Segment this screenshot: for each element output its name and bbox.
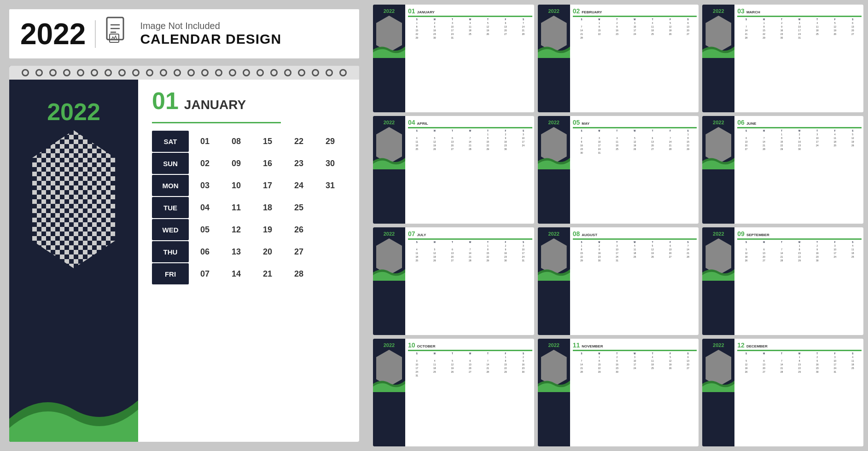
- mini-date-cell: [661, 151, 679, 155]
- mini-date-cell: 4: [644, 355, 662, 359]
- mini-date-cell: 1: [479, 244, 497, 248]
- spiral-dot: [146, 69, 153, 76]
- mini-date-cell: 18: [408, 144, 426, 147]
- date-cell: 21: [252, 263, 283, 284]
- mini-date-cell: 27: [755, 259, 773, 262]
- date-cell: 31: [315, 175, 345, 196]
- mini-date-cell: 7: [661, 136, 679, 140]
- mini-date-cell: 27: [497, 32, 515, 36]
- mini-day-header: M: [426, 18, 444, 21]
- mini-date-cell: [844, 259, 862, 262]
- mini-date-cell: 4: [644, 21, 662, 25]
- mini-month-number: 12: [737, 341, 745, 349]
- mini-color-bar: [408, 127, 532, 128]
- mini-date-cell: 11: [808, 25, 826, 29]
- mini-right-section: 03MARCHSMTWTFS12345678910111213141516171…: [734, 5, 863, 112]
- spiral-dot: [284, 69, 291, 76]
- spiral-dot: [229, 69, 236, 76]
- mini-date-cell: [443, 133, 461, 136]
- mini-date-cell: 6: [443, 248, 461, 251]
- mini-date-cell: 22: [679, 144, 697, 147]
- mini-date-cell: 25: [426, 370, 444, 374]
- mini-green-wave: [373, 378, 405, 392]
- mini-date-cell: 2: [808, 244, 826, 248]
- mini-date-cell: [773, 355, 791, 359]
- mini-date-cell: 7: [573, 359, 591, 363]
- mini-date-cell: [497, 374, 515, 377]
- mini-date-cell: 4: [844, 355, 862, 359]
- mini-date-cell: 3: [808, 133, 826, 136]
- mini-date-cell: 19: [644, 251, 662, 255]
- mini-month-number: 02: [573, 7, 580, 15]
- mini-day-header: T: [443, 18, 461, 21]
- mini-date-cell: 6: [755, 359, 773, 363]
- mini-day-header: T: [443, 129, 461, 133]
- mini-date-cell: 8: [791, 248, 809, 251]
- mini-arch: [541, 16, 567, 57]
- mini-date-cell: 4: [461, 21, 479, 25]
- spiral-dot: [326, 69, 333, 76]
- mini-calendar-card: 202211NOVEMBERSMTWTFS1234567891011121314…: [538, 339, 699, 446]
- mini-date-cell: [755, 355, 773, 359]
- mini-date-cell: 20: [644, 144, 662, 147]
- mini-date-cell: 23: [808, 366, 826, 370]
- mini-day-header: W: [791, 241, 809, 244]
- mini-month-number: 05: [573, 119, 580, 126]
- mini-date-cell: 21: [737, 32, 755, 36]
- mini-date-cell: [426, 355, 444, 359]
- mini-date-cell: 28: [773, 370, 791, 374]
- mini-date-cell: 15: [773, 140, 791, 144]
- mini-date-cell: [479, 374, 497, 377]
- mini-date-cell: 28: [461, 147, 479, 151]
- mini-right-section: 08AUGUSTSMTWTFS1234567891011121314151617…: [570, 227, 699, 335]
- day-label: SUN: [152, 153, 189, 174]
- mini-date-cell: 10: [443, 25, 461, 29]
- mini-green-wave: [373, 44, 405, 58]
- mini-date-cell: 12: [661, 25, 679, 29]
- mini-date-cell: 8: [573, 248, 591, 251]
- date-cell: 20: [252, 241, 283, 262]
- mini-date-cell: 3: [514, 244, 532, 248]
- mini-left-section: 2022: [538, 5, 570, 112]
- mini-date-cell: 3: [443, 21, 461, 25]
- mini-date-cell: 19: [661, 363, 679, 366]
- mini-date-cell: 18: [826, 140, 844, 144]
- mini-day-header: S: [679, 241, 697, 244]
- mini-day-header: W: [626, 352, 644, 355]
- day-label: THU: [152, 241, 189, 262]
- mini-date-cell: 17: [514, 251, 532, 255]
- mini-color-bar: [737, 238, 862, 240]
- mini-color-bar: [573, 350, 697, 351]
- mini-date-cell: 9: [573, 140, 591, 144]
- mini-date-cell: 3: [826, 244, 844, 248]
- mini-date-cell: 6: [497, 21, 515, 25]
- mini-date-cell: 29: [573, 259, 591, 262]
- mini-calendar-grid: SMTWTFS123456789101112131415161718192021…: [737, 352, 862, 374]
- mini-date-cell: [590, 133, 608, 136]
- mini-year: 2022: [384, 8, 395, 14]
- mini-right-section: 02FEBRUARYSMTWTFS12345678910111213141516…: [570, 5, 699, 112]
- mini-month-header: 07JULY: [408, 230, 532, 237]
- mini-date-cell: 14: [461, 140, 479, 144]
- date-cell: 08: [221, 131, 251, 152]
- mini-date-cell: 18: [408, 255, 426, 259]
- mini-year: 2022: [548, 8, 559, 14]
- mini-date-cell: 10: [826, 248, 844, 251]
- mini-calendar-grid: SMTWTFS123456789101112131415161718192021…: [573, 18, 697, 40]
- mini-date-cell: 9: [791, 136, 809, 140]
- mini-day-header: F: [826, 352, 844, 355]
- mini-date-cell: 26: [644, 255, 662, 259]
- mini-date-cell: 9: [590, 248, 608, 251]
- mini-calendar-grid: SMTWTFS123456789101112131415161718192021…: [408, 241, 532, 262]
- mini-date-cell: 15: [479, 140, 497, 144]
- mini-date-cell: 26: [844, 144, 862, 147]
- date-cell: 12: [221, 219, 251, 240]
- mini-calendar-card: 202203MARCHSMTWTFS1234567891011121314151…: [702, 5, 863, 112]
- mini-date-cell: 12: [826, 25, 844, 29]
- mini-day-header: W: [791, 18, 809, 21]
- mini-date-cell: 24: [808, 144, 826, 147]
- right-panel: 202201JANUARYSMTWTFS12345678910111213141…: [368, 0, 868, 451]
- mini-left-section: 2022: [373, 5, 405, 112]
- mini-date-cell: 19: [426, 144, 444, 147]
- mini-date-cell: 5: [644, 244, 662, 248]
